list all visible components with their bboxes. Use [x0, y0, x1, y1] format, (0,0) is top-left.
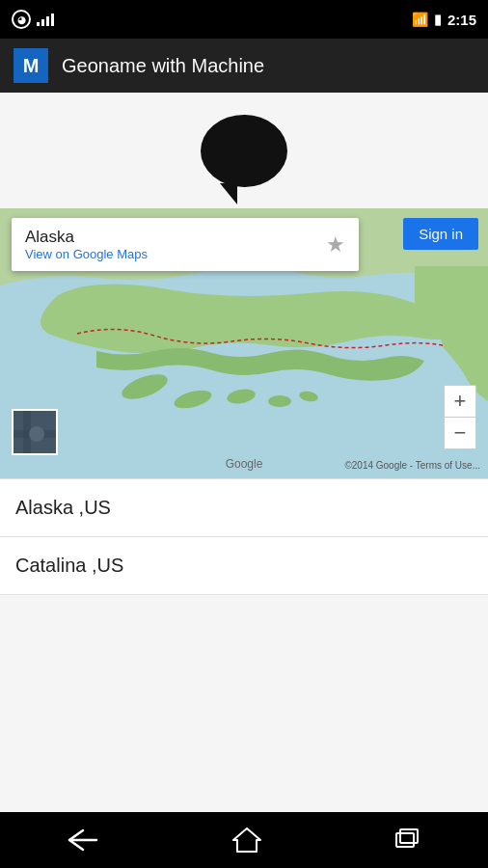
bubble-area [0, 93, 488, 208]
zoom-out-button[interactable]: − [445, 418, 475, 448]
map-info-box: Alaska View on Google Maps ★ [12, 218, 359, 271]
map-container: Alaska View on Google Maps ★ Sign in + −… [0, 208, 488, 478]
view-on-maps-link[interactable]: View on Google Maps [25, 247, 148, 261]
signal-bar-2 [41, 19, 44, 26]
back-button[interactable] [66, 827, 100, 854]
zoom-in-button[interactable]: + [445, 386, 475, 417]
svg-marker-11 [233, 828, 260, 852]
motorola-icon: ◕ [12, 10, 31, 29]
svg-rect-13 [400, 829, 418, 843]
list-item-alaska[interactable]: Alaska ,US [0, 479, 488, 537]
svg-point-9 [29, 426, 44, 442]
map-info-left: Alaska View on Google Maps [25, 228, 148, 261]
app-bar: M Geoname with Machine [0, 39, 488, 93]
satellite-thumbnail[interactable] [12, 409, 58, 455]
status-left-icons: ◕ [12, 10, 54, 29]
google-watermark: Google [226, 457, 263, 471]
star-icon[interactable]: ★ [326, 232, 345, 258]
signal-bar-1 [37, 22, 40, 26]
wifi-icon: 📶 [412, 12, 428, 27]
svg-point-4 [268, 395, 291, 407]
location-name: Alaska [25, 228, 148, 247]
battery-icon: ▮ [434, 12, 442, 27]
signal-bars [37, 13, 54, 26]
status-right-icons: 📶 ▮ 2:15 [412, 12, 476, 28]
nav-bar [0, 812, 488, 868]
copyright-text: ©2014 Google - Terms of Use... [344, 460, 480, 471]
list-item-catalina[interactable]: Catalina ,US [0, 537, 488, 595]
list-container: Alaska ,US Catalina ,US [0, 478, 488, 595]
home-button[interactable] [231, 827, 262, 854]
signal-bar-3 [46, 16, 49, 26]
terms-of-use-text[interactable]: Terms of Use... [416, 460, 480, 471]
signin-button[interactable]: Sign in [403, 218, 478, 250]
status-bar: ◕ 📶 ▮ 2:15 [0, 0, 488, 39]
app-title: Geoname with Machine [62, 55, 264, 77]
svg-rect-12 [396, 833, 414, 847]
chat-bubble-icon [201, 115, 287, 187]
signal-bar-4 [51, 14, 54, 26]
recents-button[interactable] [393, 827, 422, 854]
map-zoom-controls: + − [444, 385, 476, 449]
time-display: 2:15 [447, 12, 476, 28]
app-icon: M [14, 48, 48, 83]
